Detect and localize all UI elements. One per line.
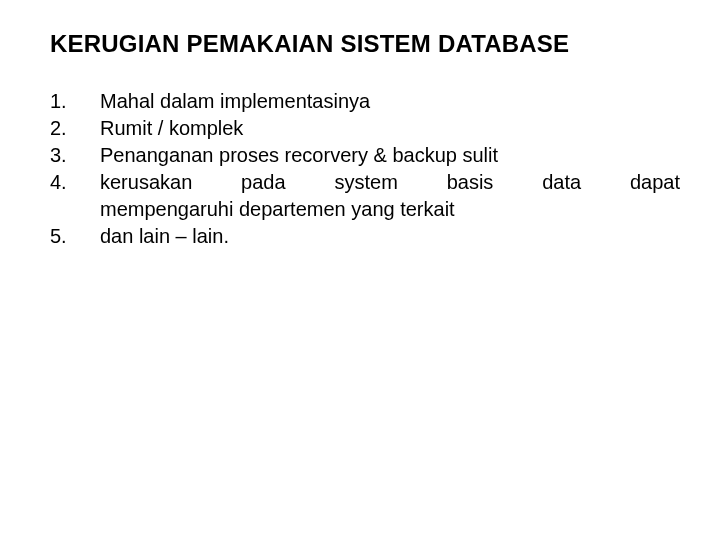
list-text: Penanganan proses recorvery & backup sul… <box>100 142 680 169</box>
list-text-line: kerusakan pada system basis data dapat <box>100 169 680 196</box>
slide: KERUGIAN PEMAKAIAN SISTEM DATABASE 1. Ma… <box>0 0 720 540</box>
list-item: 2. Rumit / komplek <box>50 115 680 142</box>
list-number: 1. <box>50 88 100 115</box>
numbered-list: 1. Mahal dalam implementasinya 2. Rumit … <box>50 88 680 250</box>
list-text: kerusakan pada system basis data dapat m… <box>100 169 680 223</box>
list-text: Mahal dalam implementasinya <box>100 88 680 115</box>
list-number: 4. <box>50 169 100 223</box>
list-text-line: mempengaruhi departemen yang terkait <box>100 196 680 223</box>
list-number: 2. <box>50 115 100 142</box>
list-item: 5. dan lain – lain. <box>50 223 680 250</box>
list-item: 4. kerusakan pada system basis data dapa… <box>50 169 680 223</box>
list-item: 1. Mahal dalam implementasinya <box>50 88 680 115</box>
slide-title: KERUGIAN PEMAKAIAN SISTEM DATABASE <box>50 30 680 58</box>
list-item: 3. Penanganan proses recorvery & backup … <box>50 142 680 169</box>
list-text: Rumit / komplek <box>100 115 680 142</box>
list-text: dan lain – lain. <box>100 223 680 250</box>
list-number: 5. <box>50 223 100 250</box>
list-number: 3. <box>50 142 100 169</box>
